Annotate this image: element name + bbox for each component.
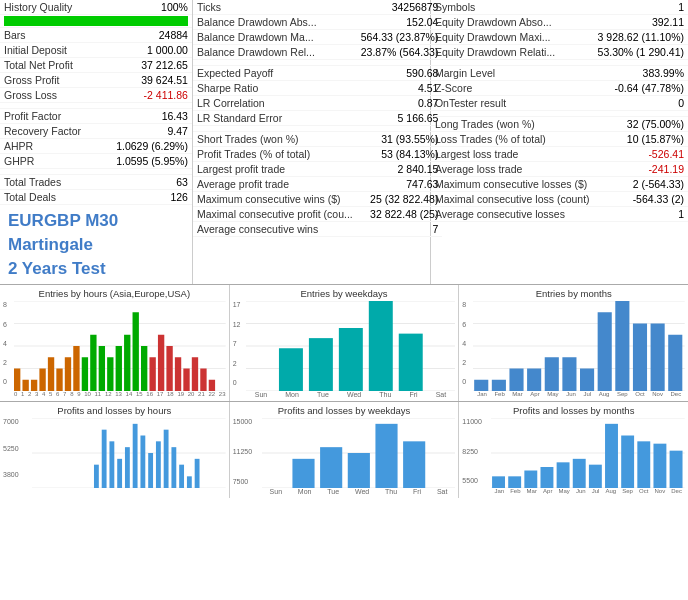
largest-loss-value: -526.41 (594, 147, 688, 162)
bars-value: 24884 (99, 28, 192, 43)
svg-rect-52 (580, 369, 594, 392)
max-loss-value: -564.33 (2) (594, 192, 688, 207)
svg-rect-94 (622, 436, 635, 489)
balance-drawdown-max-value: 564.33 (23.87%) (357, 30, 443, 45)
profit-hours-y-axis: 7000 5250 3800 (3, 418, 31, 488)
hours-ymid2: 6 (3, 321, 13, 328)
hours-ymin: 0 (3, 378, 13, 385)
weekdays-x-labels: SunMonTueWedThuFriSat (246, 391, 456, 398)
lr-std-error-label: LR Standard Error (193, 111, 357, 126)
avg-consec-wins-value: 7 (357, 222, 443, 237)
months-chart-area: 8 6 4 2 0 (462, 301, 685, 397)
svg-rect-20 (141, 346, 147, 391)
svg-rect-79 (320, 448, 342, 489)
loss-trades-value: 10 (15.87%) (594, 132, 688, 147)
balance-drawdown-rel-row: Balance Drawdown Rel... 23.87% (564.33) (193, 45, 442, 60)
watermark-line1: EURGBP M30 (8, 209, 184, 233)
svg-rect-21 (149, 358, 155, 392)
svg-rect-65 (125, 448, 130, 489)
equity-drawdown-max-label: Equity Drawdown Maxi... (431, 30, 594, 45)
recovery-factor-value: 9.47 (99, 124, 192, 139)
max-consec-wins-label: Maximum consecutive wins ($) (193, 192, 357, 207)
weekdays-chart-title: Entries by weekdays (233, 288, 456, 299)
svg-rect-27 (200, 369, 206, 392)
hours-ymid0: 2 (3, 359, 13, 366)
margin-level-row: Margin Level 383.99% (431, 66, 688, 81)
total-net-profit-label: Total Net Profit (0, 58, 99, 73)
profit-weekdays-bars: SunMonTueWedThuFriSat (262, 418, 456, 495)
ahpr-row: AHPR 1.0629 (6.29%) (0, 139, 192, 154)
svg-rect-93 (605, 424, 618, 488)
svg-rect-55 (633, 324, 647, 392)
svg-rect-62 (102, 430, 107, 488)
svg-rect-19 (133, 313, 139, 392)
profit-months-bars: JanFebMarAprMayJunJulAugSepOctNovDec (491, 418, 685, 494)
months-chart-container: Entries by months 8 6 4 2 0 (459, 285, 688, 401)
svg-rect-22 (158, 335, 164, 391)
symbols-row: Symbols 1 (431, 0, 688, 15)
avg-consec-losses-row: Average consecutive losses 1 (431, 207, 688, 222)
stats-col2: Ticks 34256879 Balance Drawdown Abs... 1… (193, 0, 431, 284)
avg-consec-losses-value: 1 (594, 207, 688, 222)
avg-consec-wins-row: Average consecutive wins 7 (193, 222, 442, 237)
avg-consec-wins-label: Average consecutive wins (193, 222, 357, 237)
total-deals-value: 126 (99, 190, 192, 205)
total-net-profit-value: 37 212.65 (99, 58, 192, 73)
svg-rect-78 (292, 459, 314, 488)
svg-rect-51 (563, 358, 577, 392)
avg-profit-row: Average profit trade 747.63 (193, 177, 442, 192)
svg-rect-80 (347, 453, 369, 488)
max-consec-losses-value: 2 (-564.33) (594, 177, 688, 192)
svg-rect-82 (403, 442, 425, 489)
months-svg (473, 301, 685, 391)
ontester-value: 0 (594, 96, 688, 111)
svg-rect-88 (525, 471, 538, 489)
profit-weekdays-title: Profits and losses by weekdays (233, 405, 456, 416)
largest-profit-row: Largest profit trade 2 840.15 (193, 162, 442, 177)
svg-rect-67 (140, 436, 145, 489)
max-consec-wins-value: 25 (32 822.48) (357, 192, 443, 207)
recovery-factor-label: Recovery Factor (0, 124, 99, 139)
gross-profit-label: Gross Profit (0, 73, 99, 88)
gross-profit-row: Gross Profit 39 624.51 (0, 73, 192, 88)
months-bars-wrapper: JanFebMarAprMayJunJulAugSepOctNovDec (473, 301, 685, 397)
avg-profit-value: 747.63 (357, 177, 443, 192)
profit-factor-row: Profit Factor 16.43 (0, 109, 192, 124)
svg-rect-10 (56, 369, 62, 392)
history-quality-value: 100% (99, 0, 192, 15)
bars-row: Bars 24884 (0, 28, 192, 43)
profit-months-svg (491, 418, 685, 488)
profit-weekdays-x-labels: SunMonTueWedThuFriSat (262, 488, 456, 495)
hours-ymax: 8 (3, 301, 13, 308)
svg-rect-8 (39, 369, 45, 392)
total-trades-row: Total Trades 63 (0, 175, 192, 190)
loss-trades-label: Loss Trades (% of total) (431, 132, 594, 147)
svg-rect-54 (616, 301, 630, 391)
ontester-label: OnTester result (431, 96, 594, 111)
expected-payoff-label: Expected Payoff (193, 66, 357, 81)
balance-drawdown-abs-label: Balance Drawdown Abs... (193, 15, 357, 30)
margin-level-label: Margin Level (431, 66, 594, 81)
equity-drawdown-rel-label: Equity Drawdown Relati... (431, 45, 594, 60)
quality-bar-row (0, 15, 192, 28)
max-consec-losses-row: Maximum consecutive losses ($) 2 (-564.3… (431, 177, 688, 192)
svg-rect-46 (475, 380, 489, 391)
avg-loss-row: Average loss trade -241.19 (431, 162, 688, 177)
svg-rect-49 (527, 369, 541, 392)
profit-hours-area: 7000 5250 3800 (3, 418, 226, 488)
profit-hours-container: Profits and losses by hours 7000 5250 38… (0, 402, 230, 498)
svg-rect-5 (14, 369, 20, 392)
history-quality-label: History Quality (0, 0, 99, 15)
lr-correlation-row: LR Correlation 0.87 (193, 96, 442, 111)
weekdays-svg (246, 301, 456, 391)
total-net-profit-row: Total Net Profit 37 212.65 (0, 58, 192, 73)
lr-correlation-value: 0.87 (357, 96, 443, 111)
svg-rect-13 (82, 358, 88, 392)
hours-bars-wrapper: 01234567891011121314151617181920212223 (14, 301, 226, 397)
short-trades-label: Short Trades (won %) (193, 132, 357, 147)
watermark-area: EURGBP M30 Martingale 2 Years Test (0, 205, 192, 284)
max-consec-losses-label: Maximum consecutive losses ($) (431, 177, 594, 192)
svg-rect-97 (670, 451, 683, 488)
hours-svg (14, 301, 226, 391)
svg-rect-47 (492, 380, 506, 391)
